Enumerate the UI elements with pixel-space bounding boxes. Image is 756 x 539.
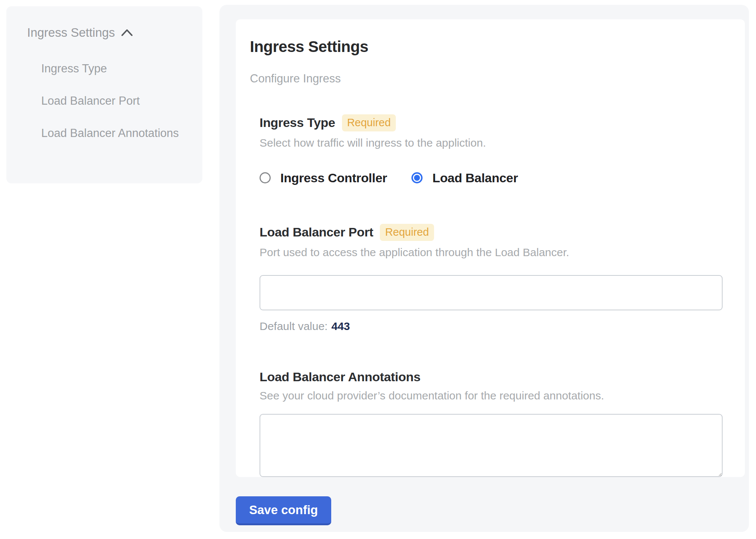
load-balancer-annotations-textarea[interactable] xyxy=(260,414,723,477)
sidebar-header-label: Ingress Settings xyxy=(27,26,115,40)
radio-option-load-balancer[interactable]: Load Balancer xyxy=(411,171,518,185)
load-balancer-port-input[interactable] xyxy=(260,275,723,310)
ingress-type-radio-group: Ingress Controller Load Balancer xyxy=(260,171,723,185)
page-subtitle: Configure Ingress xyxy=(250,72,723,85)
sidebar-header-ingress-settings[interactable]: Ingress Settings xyxy=(27,26,188,40)
load-balancer-annotations-description: See your cloud provider’s documentation … xyxy=(260,389,723,402)
section-ingress-type: Ingress Type Required Select how traffic… xyxy=(260,114,723,185)
required-badge: Required xyxy=(342,114,396,131)
ingress-type-heading: Ingress Type Required xyxy=(260,114,723,131)
page-title: Ingress Settings xyxy=(250,38,723,56)
default-value-number: 443 xyxy=(331,320,350,332)
ingress-type-description: Select how traffic will ingress to the a… xyxy=(260,137,723,149)
default-value-row: Default value:443 xyxy=(260,320,723,333)
form-sections: Ingress Type Required Select how traffic… xyxy=(250,114,723,477)
ingress-settings-card: Ingress Settings Configure Ingress Ingre… xyxy=(236,19,745,477)
radio-load-balancer-label: Load Balancer xyxy=(432,171,518,185)
sidebar-item-load-balancer-port[interactable]: Load Balancer Port xyxy=(41,90,188,112)
main-panel: Ingress Settings Configure Ingress Ingre… xyxy=(219,5,749,532)
sidebar-nav: Ingress Type Load Balancer Port Load Bal… xyxy=(27,58,188,144)
ingress-type-label: Ingress Type xyxy=(260,115,335,130)
load-balancer-port-description: Port used to access the application thro… xyxy=(260,246,723,259)
radio-option-ingress-controller[interactable]: Ingress Controller xyxy=(260,171,387,185)
load-balancer-annotations-heading: Load Balancer Annotations xyxy=(260,370,723,384)
default-value-label: Default value: xyxy=(260,320,328,332)
radio-load-balancer-icon[interactable] xyxy=(411,172,423,183)
sidebar-item-load-balancer-annotations[interactable]: Load Balancer Annotations xyxy=(41,122,188,144)
save-config-button[interactable]: Save config xyxy=(236,496,331,525)
sidebar: Ingress Settings Ingress Type Load Balan… xyxy=(6,6,202,183)
load-balancer-annotations-label: Load Balancer Annotations xyxy=(260,370,420,384)
load-balancer-port-label: Load Balancer Port xyxy=(260,225,373,239)
section-load-balancer-annotations: Load Balancer Annotations See your cloud… xyxy=(260,370,723,477)
chevron-up-icon xyxy=(121,29,133,37)
sidebar-item-ingress-type[interactable]: Ingress Type xyxy=(41,58,188,80)
load-balancer-port-heading: Load Balancer Port Required xyxy=(260,224,723,241)
radio-ingress-controller-icon[interactable] xyxy=(260,172,271,183)
section-load-balancer-port: Load Balancer Port Required Port used to… xyxy=(260,224,723,333)
radio-ingress-controller-label: Ingress Controller xyxy=(280,171,387,185)
required-badge: Required xyxy=(380,224,434,241)
